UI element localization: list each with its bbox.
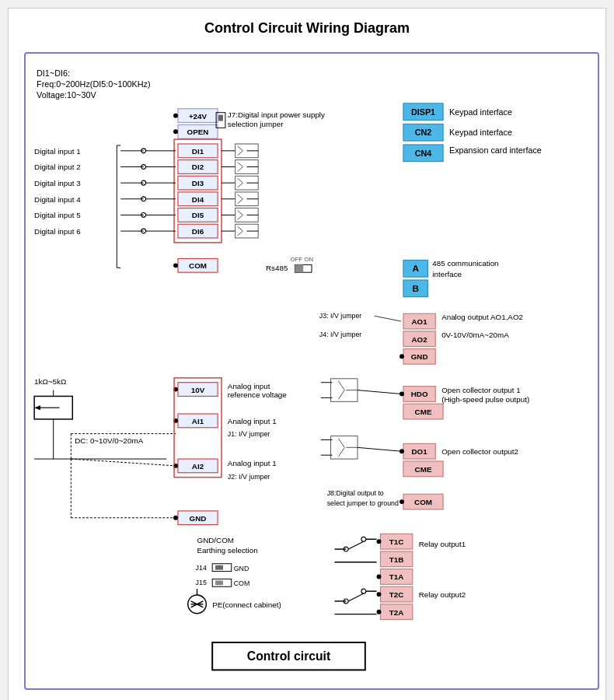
svg-text:J14: J14 [196, 564, 207, 572]
svg-text:COM: COM [414, 498, 432, 506]
svg-rect-21 [178, 208, 218, 222]
svg-rect-96 [403, 145, 443, 162]
svg-text:J2: I/V jumper: J2: I/V jumper [228, 473, 270, 481]
svg-rect-6 [178, 124, 218, 138]
svg-text:DI5: DI5 [192, 211, 204, 219]
svg-text:DI2: DI2 [192, 163, 204, 171]
svg-line-155 [338, 381, 344, 390]
svg-text:10V: 10V [191, 386, 205, 394]
svg-rect-161 [403, 404, 443, 419]
svg-line-57 [238, 163, 243, 167]
svg-text:Relay output2: Relay output2 [419, 590, 466, 599]
svg-rect-185 [215, 565, 223, 570]
svg-text:DI4: DI4 [192, 195, 204, 204]
svg-text:DC: 0~10V/0~20mA: DC: 0~10V/0~20mA [75, 436, 143, 445]
svg-text:CME: CME [415, 408, 432, 416]
svg-text:Keypad interface: Keypad interface [449, 128, 512, 137]
svg-rect-143 [178, 511, 218, 525]
svg-text:1kΩ~5kΩ: 1kΩ~5kΩ [34, 377, 66, 386]
svg-line-73 [238, 215, 243, 219]
svg-text:DI6: DI6 [192, 227, 204, 236]
svg-text:AO2: AO2 [412, 335, 428, 344]
svg-line-63 [238, 183, 243, 187]
svg-line-77 [238, 226, 243, 231]
svg-rect-13 [178, 144, 218, 158]
svg-point-198 [344, 547, 348, 551]
svg-line-62 [238, 178, 243, 183]
svg-point-215 [361, 589, 366, 593]
svg-line-214 [348, 593, 364, 601]
svg-line-193 [191, 601, 204, 607]
svg-point-36 [141, 180, 146, 185]
svg-text:DI1~DI6:: DI1~DI6: [37, 68, 70, 78]
svg-text:Voltage:10~30V: Voltage:10~30V [37, 90, 96, 100]
svg-text:select jumper to ground: select jumper to ground [327, 499, 399, 507]
svg-text:Digital input 5: Digital input 5 [34, 211, 81, 219]
svg-text:Digital input 3: Digital input 3 [34, 179, 81, 187]
svg-point-145 [173, 516, 178, 520]
svg-rect-188 [212, 579, 232, 586]
svg-point-119 [173, 387, 178, 392]
svg-rect-93 [403, 124, 443, 141]
svg-rect-189 [215, 580, 223, 585]
svg-text:485 communication: 485 communication [432, 259, 498, 268]
svg-line-146 [71, 459, 176, 466]
svg-text:reference voltage: reference voltage [228, 390, 287, 399]
svg-rect-56 [235, 160, 258, 174]
svg-text:CME: CME [415, 465, 432, 474]
svg-rect-105 [403, 313, 435, 329]
svg-rect-15 [178, 160, 218, 174]
svg-rect-132 [178, 414, 218, 428]
svg-text:J4: I/V jumper: J4: I/V jumper [319, 331, 362, 338]
svg-text:J3: I/V jumper: J3: I/V jumper [319, 312, 362, 320]
svg-point-32 [141, 165, 146, 170]
svg-text:OPEN: OPEN [187, 128, 209, 136]
svg-text:DI1: DI1 [192, 147, 204, 156]
svg-rect-176 [403, 494, 443, 509]
svg-text:T1B: T1B [389, 555, 404, 564]
svg-point-44 [141, 212, 146, 217]
svg-rect-80 [178, 258, 218, 272]
svg-point-178 [399, 499, 404, 504]
svg-rect-167 [331, 436, 358, 459]
svg-point-224 [377, 610, 382, 614]
svg-text:Freq:0~200Hz(DI5:0~100KHz): Freq:0~200Hz(DI5:0~100KHz) [37, 79, 150, 89]
svg-text:Digital input 6: Digital input 6 [34, 227, 81, 236]
svg-rect-19 [178, 192, 218, 206]
svg-text:J8:Digital output to: J8:Digital output to [327, 489, 384, 497]
svg-text:T2A: T2A [389, 608, 404, 617]
svg-rect-222 [380, 604, 412, 620]
svg-rect-184 [212, 564, 232, 572]
svg-rect-3 [178, 109, 218, 123]
page-title: Control Circuit Wiring Diagram [24, 20, 590, 37]
svg-rect-76 [235, 224, 258, 238]
svg-text:B: B [412, 283, 419, 293]
svg-text:Digital input 2: Digital input 2 [34, 163, 81, 171]
svg-text:T2C: T2C [389, 590, 404, 599]
svg-rect-123 [34, 396, 72, 418]
svg-line-195 [191, 601, 204, 607]
svg-point-200 [361, 537, 366, 541]
svg-line-160 [358, 390, 401, 394]
svg-point-40 [141, 197, 146, 201]
svg-line-78 [238, 231, 243, 236]
svg-rect-174 [403, 461, 443, 477]
svg-text:Analog input 1: Analog input 1 [228, 459, 277, 467]
svg-text:DO1: DO1 [412, 447, 428, 456]
page: Control Circuit Wiring Diagram DI1~DI6: … [8, 8, 606, 700]
svg-text:J15: J15 [196, 579, 207, 586]
svg-text:0V-10V/0mA~20mA: 0V-10V/0mA~20mA [441, 331, 509, 339]
svg-text:CN2: CN2 [415, 128, 432, 137]
svg-rect-163 [403, 443, 435, 459]
svg-rect-203 [380, 534, 412, 549]
svg-text:Expansion card interface: Expansion card interface [449, 145, 542, 155]
svg-point-116 [399, 354, 404, 359]
svg-text:J7:Digital input power supply: J7:Digital input power supply [228, 110, 325, 119]
svg-rect-66 [235, 192, 258, 206]
svg-rect-207 [380, 551, 412, 567]
svg-text:(High-speed pulse output): (High-speed pulse output) [441, 395, 529, 404]
svg-text:COM: COM [189, 261, 207, 270]
svg-rect-114 [403, 348, 435, 364]
svg-text:Rs485: Rs485 [266, 264, 288, 272]
svg-rect-117 [178, 383, 218, 397]
